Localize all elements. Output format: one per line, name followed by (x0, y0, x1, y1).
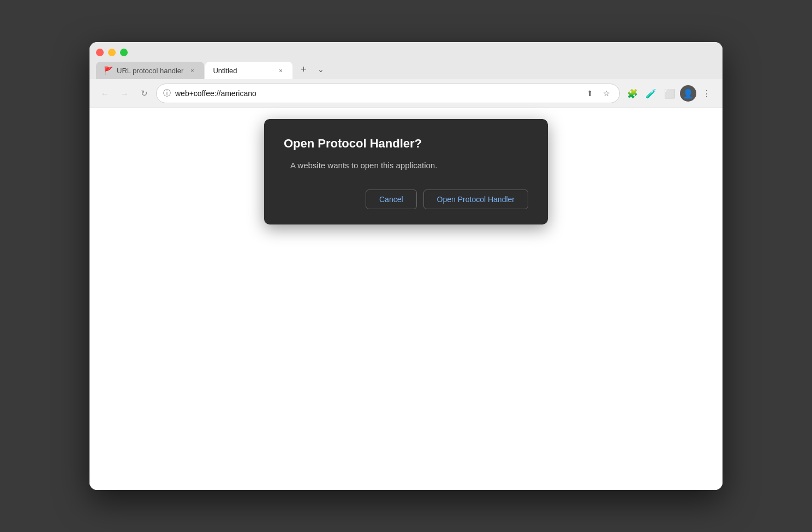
profile-icon-glyph: 👤 (683, 88, 694, 99)
split-icon: ⬜ (664, 88, 675, 99)
tab-dropdown-button[interactable]: ⌄ (313, 62, 329, 77)
reload-button[interactable]: ↻ (136, 86, 152, 101)
extensions-button[interactable]: 🧩 (624, 85, 641, 102)
protocol-handler-dialog: Open Protocol Handler? A website wants t… (264, 119, 548, 224)
close-button[interactable] (96, 49, 104, 56)
back-button[interactable]: ← (97, 86, 112, 101)
open-protocol-handler-button[interactable]: Open Protocol Handler (423, 190, 528, 209)
bookmark-icon: ☆ (603, 89, 610, 98)
title-bar: 🚩 URL protocol handler × Untitled × + ⌄ (89, 42, 723, 79)
forward-icon: → (121, 89, 129, 98)
bookmark-button[interactable]: ☆ (600, 87, 613, 100)
forward-button[interactable]: → (117, 86, 132, 101)
tab-close-2[interactable]: × (276, 66, 285, 75)
tab-title-1: URL protocol handler (117, 67, 183, 75)
traffic-lights (96, 49, 716, 56)
lab-button[interactable]: 🧪 (643, 85, 659, 102)
url-text: web+coffee://americano (175, 89, 579, 98)
profile-button[interactable]: 👤 (680, 85, 696, 102)
info-icon: ⓘ (163, 88, 171, 98)
tab-untitled[interactable]: Untitled × (205, 62, 292, 79)
tab-url-protocol-handler[interactable]: 🚩 URL protocol handler × (96, 62, 204, 79)
lab-icon: 🧪 (646, 88, 656, 99)
dialog-backdrop: Open Protocol Handler? A website wants t… (89, 108, 723, 490)
toolbar: ← → ↻ ⓘ web+coffee://americano ⬆ ☆ 🧩 (89, 79, 723, 108)
minimize-button[interactable] (108, 49, 116, 56)
new-tab-button[interactable]: + (296, 62, 311, 77)
share-button[interactable]: ⬆ (583, 87, 596, 100)
split-button[interactable]: ⬜ (661, 85, 678, 102)
address-actions: ⬆ ☆ (583, 87, 613, 100)
tab-title-2: Untitled (213, 67, 272, 75)
dialog-title: Open Protocol Handler? (284, 137, 528, 151)
reload-icon: ↻ (141, 88, 148, 98)
page-content: Open Protocol Handler? A website wants t… (89, 108, 723, 490)
browser-window: 🚩 URL protocol handler × Untitled × + ⌄ … (89, 42, 723, 490)
extensions-icon: 🧩 (627, 88, 638, 99)
dialog-message: A website wants to open this application… (284, 161, 528, 170)
address-bar[interactable]: ⓘ web+coffee://americano ⬆ ☆ (156, 84, 620, 103)
tab-close-1[interactable]: × (188, 66, 196, 75)
share-icon: ⬆ (587, 89, 593, 98)
tabs-row: 🚩 URL protocol handler × Untitled × + ⌄ (96, 62, 716, 79)
maximize-button[interactable] (120, 49, 128, 56)
menu-icon: ⋮ (702, 88, 711, 99)
back-icon: ← (101, 89, 109, 98)
tab-favicon-1: 🚩 (104, 66, 112, 75)
dialog-buttons: Cancel Open Protocol Handler (284, 190, 528, 209)
toolbar-right: 🧩 🧪 ⬜ 👤 ⋮ (624, 85, 715, 102)
cancel-button[interactable]: Cancel (366, 190, 417, 209)
menu-button[interactable]: ⋮ (698, 85, 715, 102)
